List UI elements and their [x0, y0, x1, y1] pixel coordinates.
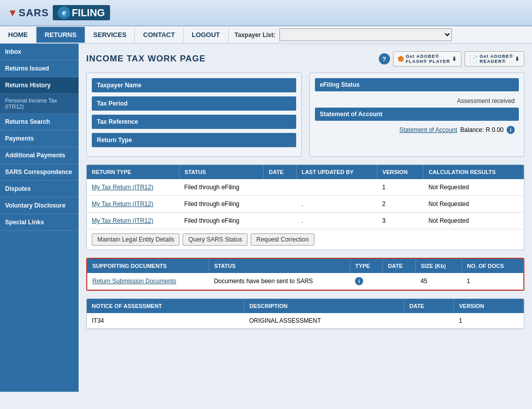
col-doc-date: DATE — [382, 259, 415, 273]
doc-status: Documents have been sent to SARS — [209, 273, 350, 290]
row1-last-updated — [296, 179, 377, 196]
logo: ▼ SARS e FILING — [8, 5, 110, 20]
sidebar-item-returns-history[interactable]: Returns History — [0, 77, 79, 94]
sidebar: Inbox Returns Issued Returns History Per… — [0, 44, 79, 392]
noa-notice: IT34 — [87, 313, 244, 329]
page-title-text: INCOME TAX WORK PAGE — [86, 54, 206, 64]
returns-table: RETURN TYPE STATUS DATE LAST UPDATED BY … — [87, 165, 524, 229]
sidebar-item-special-links[interactable]: Special Links — [0, 214, 79, 231]
row1-calc: Not Requested — [423, 179, 524, 196]
noa-description: ORIGINAL ASSESSMENT — [244, 313, 404, 329]
sidebar-sub-personal-income-tax[interactable]: Personal Income Tax (ITR12) — [0, 94, 79, 114]
notice-of-assessment-table: NOTICE OF ASSESSMENT DESCRIPTION DATE VE… — [87, 299, 524, 329]
notice-of-assessment-section: NOTICE OF ASSESSMENT DESCRIPTION DATE VE… — [86, 298, 524, 329]
nav-home[interactable]: HOME — [0, 27, 37, 43]
request-correction-btn[interactable]: Request Correction — [251, 233, 314, 246]
doc-name: Return Submission Documents — [87, 273, 209, 290]
col-noa-date: DATE — [404, 299, 454, 313]
query-sars-status-btn[interactable]: Query SARS Status — [183, 233, 247, 246]
col-date: DATE — [263, 165, 296, 179]
balance-text: Balance: R 0.00 — [460, 126, 504, 133]
sidebar-item-payments[interactable]: Payments — [0, 130, 79, 147]
sidebar-item-voluntary-disclosure[interactable]: Voluntary Disclosure — [0, 197, 79, 214]
main-content: INCOME TAX WORK PAGE ? ⬟ Get ADOBE®FLASH… — [79, 44, 532, 392]
main-layout: Inbox Returns Issued Returns History Per… — [0, 44, 532, 392]
doc-type-icon[interactable]: i — [355, 277, 363, 285]
table-row: My Tax Return (ITR12) Filed through eFil… — [87, 196, 524, 213]
col-doc-no-of-docs: NO. OF DOCS — [462, 259, 523, 273]
table-row: My Tax Return (ITR12) Filed through eFil… — [87, 213, 524, 229]
col-status: STATUS — [179, 165, 263, 179]
taxpayer-list-select[interactable] — [279, 28, 452, 41]
return-type-field: Return Type — [92, 133, 296, 147]
help-icon[interactable]: ? — [379, 53, 390, 64]
col-calc-results: CALCULATION RESULTS — [423, 165, 524, 179]
supporting-docs-header-row: SUPPORTING DOCUMENTS STATUS TYPE DATE SI… — [87, 259, 523, 273]
row3-calc: Not Requested — [423, 213, 524, 229]
taxpayer-name-field: Taxpayer Name — [92, 78, 296, 92]
doc-name-link[interactable]: Return Submission Documents — [92, 278, 176, 285]
noa-version: 1 — [454, 313, 524, 329]
returns-table-wrapper: RETURN TYPE STATUS DATE LAST UPDATED BY … — [86, 164, 524, 250]
header: ▼ SARS e FILING — [0, 0, 532, 26]
supporting-doc-row: Return Submission Documents Documents ha… — [87, 273, 523, 290]
returns-table-header-row: RETURN TYPE STATUS DATE LAST UPDATED BY … — [87, 165, 524, 179]
col-last-updated-by: LAST UPDATED BY — [296, 165, 377, 179]
action-buttons: Maintain Legal Entity Details Query SARS… — [87, 229, 524, 250]
maintain-legal-entity-btn[interactable]: Maintain Legal Entity Details — [92, 233, 180, 246]
nav-logout[interactable]: LOGOUT — [184, 27, 229, 43]
flash-player-btn[interactable]: ⬟ Get ADOBE®FLASH® PLAYER ⬇ — [393, 51, 462, 66]
balance-info-icon[interactable]: i — [507, 126, 515, 134]
logo-efiling-text: e FILING — [53, 5, 110, 20]
row2-status: Filed through eFiling — [179, 196, 263, 213]
row3-version: 3 — [377, 213, 423, 229]
row1-return-type: My Tax Return (ITR12) — [87, 179, 179, 196]
row2-return-type-link[interactable]: My Tax Return (ITR12) — [92, 200, 153, 208]
noa-row: IT34 ORIGINAL ASSESSMENT 1 — [87, 313, 524, 329]
statement-of-account-link[interactable]: Statement of Account — [400, 126, 457, 133]
statement-of-account-label: Statement of Account — [315, 108, 519, 121]
row3-date — [263, 213, 296, 229]
row1-date — [263, 179, 296, 196]
page-title-bar: INCOME TAX WORK PAGE ? ⬟ Get ADOBE®FLASH… — [86, 51, 524, 66]
sidebar-item-sars-correspondence[interactable]: SARS Correspondence — [0, 164, 79, 181]
row3-return-type: My Tax Return (ITR12) — [87, 213, 179, 229]
row1-version: 1 — [377, 179, 423, 196]
nav-returns[interactable]: RETURNS — [37, 27, 85, 43]
taxpayer-list-label: Taxpayer List: — [235, 31, 275, 39]
logo-sars-text: ▼ SARS — [8, 7, 49, 19]
col-version: VERSION — [377, 165, 423, 179]
sidebar-item-returns-issued[interactable]: Returns Issued — [0, 60, 79, 77]
col-doc-type: TYPE — [350, 259, 382, 273]
flash-label: Get ADOBE®FLASH® PLAYER — [406, 54, 450, 64]
efiling-status-label: eFiling Status — [315, 78, 519, 91]
col-noa-version: VERSION — [454, 299, 524, 313]
row2-calc: Not Requested — [423, 196, 524, 213]
table-row: My Tax Return (ITR12) Filed through eFil… — [87, 179, 524, 196]
sidebar-item-inbox[interactable]: Inbox — [0, 44, 79, 60]
sidebar-item-returns-search[interactable]: Returns Search — [0, 114, 79, 130]
supporting-docs-table: SUPPORTING DOCUMENTS STATUS TYPE DATE SI… — [87, 259, 523, 290]
doc-type: i — [350, 273, 382, 290]
nav-contact[interactable]: CONTACT — [135, 27, 184, 43]
tax-reference-field: Tax Reference — [92, 115, 296, 129]
row2-version: 2 — [377, 196, 423, 213]
sidebar-item-disputes[interactable]: Disputes — [0, 181, 79, 197]
taxpayer-list-container: Taxpayer List: — [229, 26, 458, 43]
col-doc-size: SIZE (Kb) — [415, 259, 462, 273]
noa-date — [404, 313, 454, 329]
tax-period-field: Tax Period — [92, 96, 296, 111]
nav-services[interactable]: SERVICES — [85, 27, 135, 43]
sidebar-item-additional-payments[interactable]: Additional Payments — [0, 147, 79, 164]
row3-status: Filed through eFiling — [179, 213, 263, 229]
doc-date — [382, 273, 415, 290]
pdf-reader-btn[interactable]: 📄 Get ADOBE®READER® ⬇ — [465, 51, 524, 66]
row1-return-type-link[interactable]: My Tax Return (ITR12) — [92, 184, 153, 191]
pdf-icon: 📄 — [469, 55, 478, 63]
pdf-label: Get ADOBE®READER® — [480, 54, 513, 64]
doc-no-of-docs: 1 — [462, 273, 523, 290]
row3-return-type-link[interactable]: My Tax Return (ITR12) — [92, 217, 153, 224]
form-left-panel: Taxpayer Name Tax Period Tax Reference R… — [86, 73, 302, 157]
col-noa: NOTICE OF ASSESSMENT — [87, 299, 244, 313]
row3-last-updated: . — [296, 213, 377, 229]
